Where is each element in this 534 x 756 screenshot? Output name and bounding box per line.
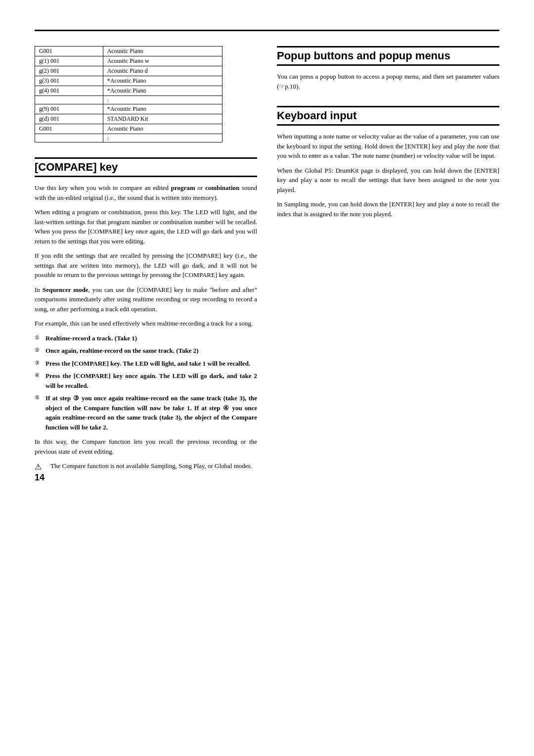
- note-text: The Compare function is not available Sa…: [50, 461, 252, 471]
- keyboard-para-3: In Sampling mode, you can hold down the …: [277, 199, 499, 219]
- step-5-text: If at step ③ you once again realtime-rec…: [45, 393, 257, 432]
- table-row: g(2) 001Acoustic Piano d: [35, 66, 222, 76]
- right-column: Popup buttons and popup menus You can pr…: [277, 46, 499, 473]
- compare-para-4: In Sequencer mode, you can use the [COMP…: [35, 285, 257, 314]
- step-4-text: Press the [COMPARE] key once again. The …: [45, 371, 257, 390]
- popup-section: Popup buttons and popup menus You can pr…: [277, 46, 499, 91]
- top-border: [35, 30, 499, 31]
- compare-para-2: When editing a program or combination, p…: [35, 207, 257, 246]
- keyboard-section-header: Keyboard input: [277, 106, 499, 126]
- step-2-text: Once again, realtime-record on the same …: [45, 346, 257, 356]
- step-4-num: ④: [35, 371, 43, 390]
- step-2-num: ②: [35, 346, 43, 356]
- step-1-text: Realtime-record a track. (Take 1): [45, 333, 257, 343]
- step-5-num: ⑤: [35, 393, 43, 432]
- table-row: g(1) 001Acoustic Piano w: [35, 56, 222, 66]
- table-row: :: [35, 96, 222, 104]
- keyboard-para-1: When inputting a note name or velocity v…: [277, 132, 499, 161]
- step-3: ③ Press the [COMPARE] key. The LED will …: [35, 359, 257, 369]
- note-box: ⚠ The Compare function is not available …: [35, 461, 257, 473]
- page-container: G001Acoustic Pianog(1) 001Acoustic Piano…: [0, 0, 534, 503]
- table-row: g(3) 001*Acoustic Piano: [35, 76, 222, 86]
- warning-icon: ⚠: [35, 461, 46, 473]
- two-column-layout: G001Acoustic Pianog(1) 001Acoustic Piano…: [35, 46, 499, 473]
- popup-section-header: Popup buttons and popup menus: [277, 46, 499, 66]
- keyboard-section: Keyboard input When inputting a note nam…: [277, 106, 499, 219]
- keyboard-title: Keyboard input: [277, 109, 499, 122]
- step-4: ④ Press the [COMPARE] key once again. Th…: [35, 371, 257, 390]
- compare-title: [COMPARE] key: [35, 161, 257, 174]
- table-row: g(d) 001STANDARD Kit: [35, 114, 222, 124]
- table-row: g(4) 001*Acoustic Piano: [35, 86, 222, 96]
- preset-table: G001Acoustic Pianog(1) 001Acoustic Piano…: [35, 46, 222, 142]
- steps-list: ① Realtime-record a track. (Take 1) ② On…: [35, 333, 257, 432]
- keyboard-para-2: When the Global P5: DrumKit page is disp…: [277, 166, 499, 195]
- left-column: G001Acoustic Pianog(1) 001Acoustic Piano…: [35, 46, 257, 473]
- compare-para-3: If you edit the settings that are recall…: [35, 251, 257, 280]
- compare-para-5: For example, this can be used effectivel…: [35, 319, 257, 329]
- step-3-num: ③: [35, 359, 43, 369]
- step-3-text: Press the [COMPARE] key. The LED will li…: [45, 359, 257, 369]
- compare-closing-1: In this way, the Compare function lets y…: [35, 437, 257, 456]
- step-1-num: ①: [35, 333, 43, 343]
- table-row: g(9) 001*Acoustic Piano: [35, 104, 222, 114]
- table-row: :: [35, 134, 222, 142]
- compare-section-header: [COMPARE] key: [35, 157, 257, 177]
- table-row: G001Acoustic Piano: [35, 47, 222, 56]
- page-number: 14: [35, 472, 44, 483]
- table-row: G001Acoustic Piano: [35, 124, 222, 134]
- popup-title: Popup buttons and popup menus: [277, 49, 499, 62]
- step-1: ① Realtime-record a track. (Take 1): [35, 333, 257, 343]
- step-2: ② Once again, realtime-record on the sam…: [35, 346, 257, 356]
- step-5: ⑤ If at step ③ you once again realtime-r…: [35, 393, 257, 432]
- compare-para-1: Use this key when you wish to compare an…: [35, 183, 257, 202]
- popup-para-1: You can press a popup button to access a…: [277, 72, 499, 91]
